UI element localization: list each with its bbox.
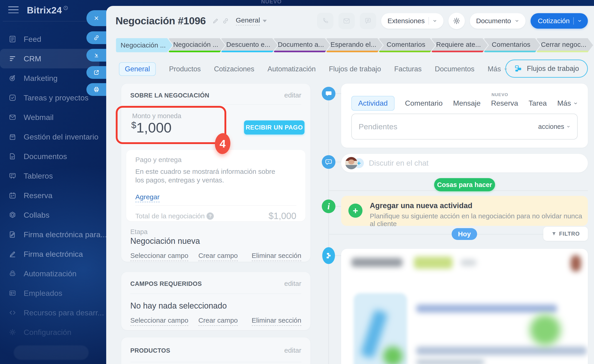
create-field-link[interactable]: Crear campo xyxy=(198,252,238,261)
delete-section-link[interactable]: Eliminar sección xyxy=(252,317,301,326)
sidebar-item-firma[interactable]: Firma electrónica xyxy=(0,244,99,264)
logo-text: Bitrix24 xyxy=(27,5,62,16)
slider-print-button[interactable] xyxy=(86,83,106,96)
divider xyxy=(130,294,301,294)
activity-tab-tarea[interactable]: Tarea xyxy=(528,99,547,107)
add-payment-link[interactable]: Agregar xyxy=(135,193,160,202)
tab-mas[interactable]: Más xyxy=(488,65,508,73)
stage-requiere-atencion[interactable]: Requiere ate... xyxy=(432,38,488,52)
extensions-dropdown-button[interactable]: Extensiones xyxy=(381,13,443,29)
select-field-link[interactable]: Seleccionar campo xyxy=(130,317,188,326)
receive-payment-button[interactable]: RECIBIR UN PAGO xyxy=(244,120,304,134)
tab-label: Actividad xyxy=(358,99,388,107)
edit-section-link[interactable]: editar xyxy=(284,280,301,287)
workflows-button[interactable]: Flujos de trabajo xyxy=(505,60,588,78)
add-activity-plus-button[interactable]: + xyxy=(348,204,363,218)
add-activity-banner[interactable]: + Agregar una nueva actividad Planifique… xyxy=(341,196,588,226)
sidebar-item-tareas[interactable]: Tareas y proyectos xyxy=(0,88,99,107)
stage-documento[interactable]: Documento a... xyxy=(274,38,330,52)
new-badge: NUEVO xyxy=(492,92,508,97)
sidebar-item-configuracion[interactable]: Configuración xyxy=(0,322,99,342)
filter-button[interactable]: FILTRO xyxy=(543,227,588,241)
board-icon xyxy=(9,172,16,180)
feedback-chat-button[interactable] xyxy=(360,13,376,29)
delete-section-link[interactable]: Eliminar sección xyxy=(252,252,301,261)
slider-copy-link-button[interactable] xyxy=(86,31,106,44)
sidebar-item-marketing[interactable]: Marketing xyxy=(0,68,99,88)
tab-label: Mensaje xyxy=(453,99,480,107)
sidebar-item-automatizacion[interactable]: Automatización xyxy=(0,264,99,283)
blurred-link-line xyxy=(416,304,557,313)
document-dropdown-button[interactable]: Documento xyxy=(470,13,526,29)
tab-label: Reserva xyxy=(491,99,518,107)
todo-marker-pill[interactable]: Cosas para hacer xyxy=(434,178,495,191)
chat-input-card[interactable]: + Discutir en el chat xyxy=(341,154,588,172)
stage-color-bar xyxy=(169,51,225,52)
activity-tab-actividad[interactable]: Actividad xyxy=(351,96,395,111)
stage-label: Cerrar negoc... xyxy=(541,41,586,48)
sidebar-item-recursos[interactable]: Recursos para desarr... xyxy=(0,303,99,322)
sidebar-item-feed[interactable]: Feed xyxy=(0,29,99,49)
tab-documentos[interactable]: Documentos xyxy=(435,65,474,73)
sidebar-item-inventario[interactable]: Gestión del inventario xyxy=(0,127,99,146)
select-field-link[interactable]: Seleccionar campo xyxy=(130,252,188,261)
stage-negociacion-2[interactable]: Negociación ... xyxy=(169,38,225,52)
settings-button[interactable] xyxy=(448,13,465,29)
tab-general[interactable]: General xyxy=(119,62,156,76)
pipeline-stage-bar: Negociación ... Negociación ... Descuent… xyxy=(116,38,589,52)
help-question-icon[interactable]: ? xyxy=(207,212,214,220)
pending-input[interactable]: Pendientes acciones xyxy=(351,114,578,139)
pipeline-dropdown[interactable]: General xyxy=(236,16,267,26)
sidebar-item-documentos[interactable]: Documentos xyxy=(0,146,99,166)
stage-negociacion-1[interactable]: Negociación ... xyxy=(116,38,173,52)
tab-label: Tarea xyxy=(528,99,547,107)
edit-section-link[interactable]: editar xyxy=(284,91,301,99)
stage-field-value[interactable]: Negociación nueva xyxy=(130,236,200,246)
sidebar-item-label: Firma electrónica xyxy=(24,250,83,258)
slider-minimize-button[interactable] xyxy=(86,49,106,62)
payment-card-description: En este cuadro se mostrará información s… xyxy=(135,167,285,184)
sidebar-item-crm[interactable]: CRM xyxy=(0,49,99,68)
quote-split-button[interactable]: Cotización xyxy=(531,13,588,29)
edit-section-link[interactable]: editar xyxy=(284,346,301,354)
slider-close-button[interactable] xyxy=(86,10,106,26)
stage-comentarios-2[interactable]: Comentarios xyxy=(484,38,540,52)
email-button[interactable] xyxy=(338,13,355,29)
sidebar-item-label: Tableros xyxy=(24,172,53,180)
stage-comentarios-1[interactable]: Comentarios xyxy=(379,38,435,52)
tab-facturas[interactable]: Facturas xyxy=(394,65,422,73)
activity-tab-mas[interactable]: Más xyxy=(557,99,578,107)
today-marker-pill[interactable]: Hoy xyxy=(452,228,477,240)
actions-dropdown[interactable]: acciones xyxy=(538,123,570,130)
bitrix24-logo[interactable]: Bitrix24 xyxy=(27,5,68,16)
tab-automatizacion[interactable]: Automatización xyxy=(267,65,316,73)
add-activity-title: Agregar una nueva actividad xyxy=(370,201,472,210)
stage-color-bar xyxy=(536,51,593,52)
call-button[interactable] xyxy=(317,13,333,29)
sidebar-item-firma-para[interactable]: Firma electrónica para... xyxy=(0,225,99,244)
stage-cerrar[interactable]: Cerrar negoc... xyxy=(536,38,593,52)
tab-cotizaciones[interactable]: Cotizaciones xyxy=(214,65,254,73)
edit-title-pencil-icon[interactable] xyxy=(212,18,219,24)
products-card: PRODUCTOS editar xyxy=(121,338,310,364)
menu-hamburger-icon[interactable] xyxy=(8,5,19,13)
sidebar-item-webmail[interactable]: Webmail xyxy=(0,107,99,127)
sidebar-item-label: Documentos xyxy=(24,152,67,161)
copy-link-icon[interactable] xyxy=(222,18,229,24)
sidebar-item-collabs[interactable]: Collabs xyxy=(0,205,99,225)
stage-label: Descuento e... xyxy=(226,41,270,48)
tab-productos[interactable]: Productos xyxy=(169,65,201,73)
stage-descuento[interactable]: Descuento e... xyxy=(221,38,278,52)
sidebar-item-reserva[interactable]: Reserva xyxy=(0,186,99,205)
sidebar-item-tableros[interactable]: Tableros xyxy=(0,166,99,186)
deal-title: Negociación #1096 xyxy=(115,15,206,27)
deal-content: SOBRE LA NEGOCIACIÓN editar Monto y mone… xyxy=(106,84,594,364)
activity-tab-reserva[interactable]: NUEVO Reserva xyxy=(491,99,518,107)
sidebar-item-empleados[interactable]: Empleados xyxy=(0,283,99,303)
slider-open-window-button[interactable] xyxy=(86,66,106,79)
activity-tab-mensaje[interactable]: Mensaje xyxy=(453,99,480,107)
tab-flujos[interactable]: Flujos de trabajo xyxy=(329,65,381,73)
create-field-link[interactable]: Crear campo xyxy=(198,317,238,326)
stage-esperando[interactable]: Esperando el... xyxy=(326,38,383,52)
activity-tab-comentario[interactable]: Comentario xyxy=(405,99,443,107)
